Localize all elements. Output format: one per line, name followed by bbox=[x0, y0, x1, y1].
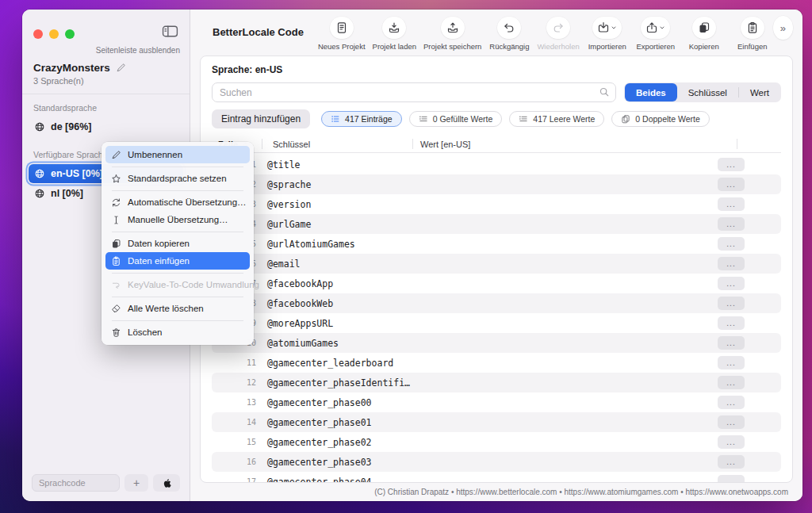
language-label: de [96%] bbox=[51, 121, 91, 132]
table-row[interactable]: 9 @moreAppsURL ... bbox=[212, 313, 781, 333]
menu-item-automatische-bersetzung[interactable]: Automatische Übersetzung… bbox=[105, 193, 250, 211]
column-header-key[interactable]: Schlüssel bbox=[262, 139, 412, 149]
table-row[interactable]: 14 @gamecenter_phase01 ... bbox=[212, 412, 781, 432]
row-key: @facebookApp bbox=[256, 278, 333, 289]
search-input[interactable] bbox=[212, 82, 616, 102]
filter-pill-0-doppelte-werte[interactable]: 0 Doppelte Werte bbox=[611, 111, 710, 127]
row-key: @sprache bbox=[256, 179, 311, 190]
row-actions-button[interactable]: ... bbox=[718, 277, 745, 290]
minimize-window-button[interactable] bbox=[49, 29, 59, 39]
table-row[interactable]: 13 @gamecenter_phase00 ... bbox=[212, 392, 781, 412]
row-key: @gamecenter_phase04 bbox=[256, 477, 372, 483]
row-actions-button[interactable]: ... bbox=[718, 257, 745, 270]
toolbar-item-label: Importieren bbox=[588, 42, 626, 51]
edit-project-icon[interactable] bbox=[116, 63, 126, 73]
column-header-value[interactable]: Wert [en-US] bbox=[412, 139, 737, 149]
toolbar-button-einf-gen[interactable]: Einfügen bbox=[732, 17, 773, 51]
table-row[interactable]: 11 @gamecenter_leaderboard ... bbox=[212, 353, 781, 373]
language-code-input[interactable] bbox=[32, 474, 120, 492]
star-icon bbox=[111, 174, 121, 184]
add-entry-button[interactable]: Eintrag hinzufügen bbox=[212, 109, 310, 128]
row-actions-button[interactable]: ... bbox=[718, 455, 745, 469]
row-actions-button[interactable]: ... bbox=[718, 435, 745, 449]
row-number: 15 bbox=[212, 438, 256, 446]
paste-icon bbox=[746, 21, 759, 34]
menu-item-alle-werte-l-schen[interactable]: Alle Werte löschen bbox=[105, 300, 250, 317]
menu-item-manuelle-bersetzung[interactable]: Manuelle Übersetzung… bbox=[105, 211, 250, 228]
menu-item-l-schen[interactable]: Löschen bbox=[105, 323, 250, 341]
row-actions-button[interactable]: ... bbox=[718, 197, 745, 211]
sidebar-toggle-icon[interactable] bbox=[162, 25, 178, 38]
row-actions-button[interactable]: ... bbox=[718, 396, 745, 409]
table-row[interactable]: 2 @sprache ... bbox=[212, 174, 781, 194]
zoom-window-button[interactable] bbox=[65, 29, 75, 39]
table-row[interactable]: 6 @email ... bbox=[212, 254, 781, 274]
toolbar-button-projekt-laden[interactable]: Projekt laden bbox=[373, 17, 416, 51]
sidebar-language-de[interactable]: de [96%] bbox=[29, 117, 183, 136]
row-actions-button[interactable]: ... bbox=[718, 316, 745, 330]
table-row[interactable]: 15 @gamecenter_phase02 ... bbox=[212, 432, 781, 452]
filter-pill-417-leere-werte[interactable]: 417 Leere Werte bbox=[509, 111, 604, 127]
row-actions-button[interactable]: ... bbox=[718, 475, 745, 482]
row-actions-button[interactable]: ... bbox=[718, 376, 745, 389]
search-scope-segmented-control: BeidesSchlüsselWert bbox=[624, 82, 781, 102]
row-actions-button[interactable]: ... bbox=[718, 158, 745, 171]
table-row[interactable]: 1 @title ... bbox=[212, 155, 781, 174]
segment-schl-ssel[interactable]: Schlüssel bbox=[677, 83, 738, 101]
table-row[interactable]: 16 @gamecenter_phase03 ... bbox=[212, 452, 781, 472]
table-row[interactable]: 4 @urlGame ... bbox=[212, 214, 781, 234]
toolbar-button-projekt-speichern[interactable]: Projekt speichern bbox=[423, 17, 481, 51]
undo-icon bbox=[503, 21, 515, 34]
row-key: @email bbox=[256, 258, 301, 270]
close-window-button[interactable] bbox=[33, 29, 43, 39]
menu-item-umbenennen[interactable]: Umbenennen bbox=[105, 146, 250, 163]
row-actions-button[interactable]: ... bbox=[718, 297, 745, 310]
copy-icon bbox=[111, 239, 121, 249]
toolbar-item-label: Wiederholen bbox=[537, 42, 579, 51]
table-row[interactable]: 8 @facebookWeb ... bbox=[212, 293, 781, 313]
apple-icon bbox=[162, 478, 172, 488]
segment-wert[interactable]: Wert bbox=[739, 83, 780, 101]
toolbar-button-neues-projekt[interactable]: Neues Projekt bbox=[318, 17, 366, 51]
system-languages-button[interactable] bbox=[153, 474, 180, 492]
menu-item-daten-einf-gen[interactable]: Daten einfügen bbox=[105, 252, 250, 270]
add-language-button[interactable]: + bbox=[124, 474, 148, 492]
row-actions-button[interactable]: ... bbox=[718, 178, 745, 191]
menu-item-label: Alle Werte löschen bbox=[128, 304, 204, 313]
doc-icon bbox=[335, 21, 348, 34]
ibeam-icon bbox=[111, 215, 121, 225]
toolbar-overflow-button[interactable]: » bbox=[773, 16, 793, 40]
toolbar-button-exportieren[interactable]: Exportieren bbox=[635, 17, 676, 51]
menu-item-label: Umbenennen bbox=[128, 150, 182, 159]
row-actions-button[interactable]: ... bbox=[718, 237, 745, 251]
table-row[interactable]: 17 @gamecenter_phase04 ... bbox=[212, 472, 781, 482]
filter-pill-417-eintr-ge[interactable]: 417 Einträge bbox=[321, 111, 402, 127]
row-actions-button[interactable]: ... bbox=[718, 336, 745, 350]
row-actions-button[interactable]: ... bbox=[718, 356, 745, 369]
toolbar-button-wiederholen[interactable]: Wiederholen bbox=[537, 17, 579, 51]
table-row[interactable]: 7 @facebookApp ... bbox=[212, 274, 781, 293]
menu-separator bbox=[112, 190, 243, 191]
redo-icon bbox=[552, 21, 565, 34]
segment-beides[interactable]: Beides bbox=[625, 83, 677, 101]
segment-label: Beides bbox=[636, 88, 666, 98]
table-row[interactable]: 3 @version ... bbox=[212, 194, 781, 214]
language-count: 3 Sprache(n) bbox=[33, 76, 178, 86]
table-row[interactable]: 12 @gamecenter_phaseIdentifi… ... bbox=[212, 373, 781, 392]
toolbar-button-r-ckg-ngig[interactable]: Rückgängig bbox=[488, 17, 530, 51]
filter-pill-label: 0 Gefüllte Werte bbox=[433, 114, 493, 124]
toolbar-button-importieren[interactable]: Importieren bbox=[587, 17, 628, 51]
menu-item-label: Manuelle Übersetzung… bbox=[128, 215, 228, 224]
menu-item-daten-kopieren[interactable]: Daten kopieren bbox=[105, 235, 250, 252]
toolbar-button-kopieren[interactable]: Kopieren bbox=[684, 17, 725, 51]
row-actions-button[interactable]: ... bbox=[718, 217, 745, 231]
table-row[interactable]: 10 @atomiumGames ... bbox=[212, 333, 781, 353]
menu-item-standardsprache-setzen[interactable]: Standardsprache setzen bbox=[105, 170, 250, 187]
row-key: @urlGame bbox=[256, 219, 311, 230]
menu-item-label: Daten kopieren bbox=[128, 239, 190, 248]
filter-pill-0-gef-llte-werte[interactable]: 0 Gefüllte Werte bbox=[409, 111, 503, 127]
row-actions-button[interactable]: ... bbox=[718, 415, 745, 429]
row-key: @version bbox=[256, 199, 311, 210]
row-key: @moreAppsURL bbox=[256, 318, 333, 329]
table-row[interactable]: 5 @urlAtomiumGames ... bbox=[212, 234, 781, 254]
